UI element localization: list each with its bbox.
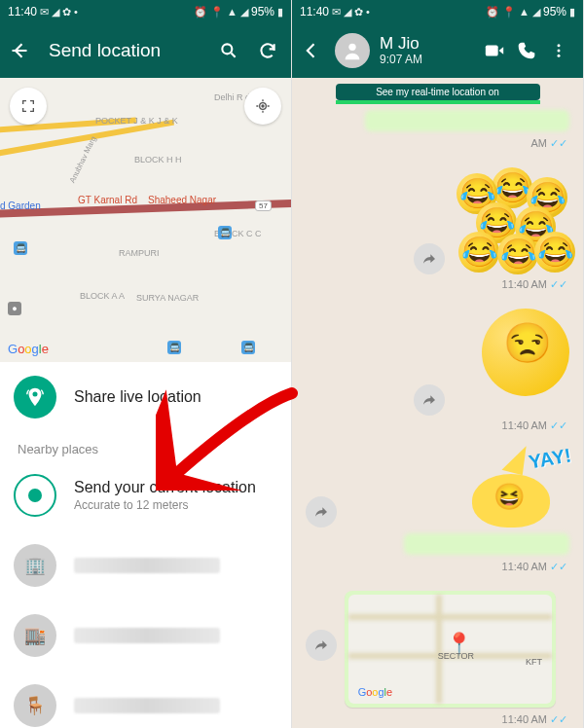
sticker-blob[interactable]: [453, 309, 569, 416]
poi-icon: ●: [8, 302, 21, 315]
chat-title-block[interactable]: M Jio 9:07 AM: [380, 35, 474, 66]
notif-icon: ✿: [62, 6, 71, 18]
battery-level: 95%: [543, 5, 566, 18]
message-timestamp: AM✓✓: [292, 133, 583, 158]
alarm-icon: ⏰: [194, 6, 207, 18]
svg-point-7: [558, 55, 561, 57]
map-mini-label: SECTOR: [438, 651, 474, 661]
notif-icon: ✉: [332, 6, 341, 18]
highway-badge: 57: [255, 200, 272, 211]
contact-name: M Jio: [380, 35, 474, 54]
transit-icon: 🚍: [14, 241, 27, 255]
location-picker-screen: 11:40 ✉ ◢ ✿ • ⏰ 📍 ▲ ◢ 95% ▮ Send locatio…: [0, 0, 292, 728]
road-main: [0, 199, 291, 218]
chat-body[interactable]: See my real-time location on AM✓✓ 11:40 …: [292, 78, 583, 728]
alarm-icon: ⏰: [486, 6, 499, 18]
forward-button[interactable]: [306, 496, 337, 528]
row-sublabel: Accurate to 12 meters: [74, 498, 277, 512]
status-time: 11:40: [8, 5, 37, 18]
wifi-icon: ▲: [519, 6, 529, 18]
message-timestamp: 11:40 AM✓✓: [292, 710, 583, 728]
google-logo: Google: [358, 686, 393, 698]
location-icon: 📍: [502, 6, 516, 18]
notif-icon: ◢: [344, 6, 351, 18]
redacted-message: [404, 533, 569, 555]
message-timestamp: 11:40 AM✓✓: [292, 274, 583, 299]
fullscreen-button[interactable]: [10, 88, 47, 125]
redacted-text: [74, 558, 220, 573]
nearby-place-row[interactable]: 🏢: [0, 530, 291, 601]
current-location-icon: [14, 474, 56, 517]
redacted-text: [74, 698, 220, 713]
my-location-button[interactable]: [244, 88, 281, 125]
voice-call-button[interactable]: [517, 41, 540, 60]
wifi-icon: ▲: [227, 6, 237, 18]
notif-icon: ✉: [40, 6, 49, 18]
location-options: Share live location Nearby places Send y…: [0, 362, 291, 728]
sticker-rofl-pile[interactable]: [453, 167, 569, 274]
building-icon: 🏢: [14, 544, 56, 587]
forward-button[interactable]: [414, 384, 445, 416]
avatar[interactable]: [335, 33, 370, 68]
nearby-places-label: Nearby places: [0, 432, 291, 460]
redacted-text: [74, 628, 220, 643]
message-timestamp: 11:40 AM✓✓: [292, 416, 583, 440]
more-icon: •: [366, 6, 370, 18]
message-row: YAY!: [292, 440, 583, 528]
video-call-button[interactable]: [484, 40, 507, 61]
svg-point-5: [558, 44, 561, 47]
map-label-poi: d Garden: [0, 200, 41, 211]
building-icon: 🏬: [14, 614, 56, 657]
live-location-icon: [14, 376, 56, 419]
map-label: BLOCK H H: [134, 156, 182, 165]
transit-icon: 🚍: [241, 341, 255, 354]
notif-icon: ✿: [354, 6, 363, 18]
message-row: [292, 158, 583, 274]
chat-screen: 11:40 ✉ ◢ ✿ • ⏰ 📍 ▲ ◢ 95% ▮ M Jio 9:07 A…: [292, 0, 584, 728]
back-button[interactable]: [10, 41, 33, 60]
map-label: BLOCK A A: [80, 292, 125, 302]
svg-point-0: [222, 44, 232, 54]
battery-icon: ▮: [569, 6, 575, 18]
map-label: POCKET J & K J & K: [95, 117, 178, 127]
back-button[interactable]: [302, 41, 325, 60]
search-button[interactable]: [219, 41, 242, 60]
share-live-location-row[interactable]: Share live location: [0, 362, 291, 432]
battery-level: 95%: [251, 5, 274, 18]
more-icon: •: [74, 6, 78, 18]
map-preview[interactable]: POCKET J & K J & K BLOCK H H RAMPURI BLO…: [0, 78, 291, 362]
battery-icon: ▮: [277, 6, 283, 18]
chat-appbar: M Jio 9:07 AM: [292, 23, 583, 78]
message-row: [292, 299, 583, 416]
progress-line: [336, 100, 540, 104]
signal-icon: ◢: [240, 6, 248, 18]
refresh-button[interactable]: [258, 41, 281, 60]
nearby-place-row[interactable]: 🏬: [0, 601, 291, 671]
status-bar: 11:40 ✉ ◢ ✿ • ⏰ 📍 ▲ ◢ 95% ▮: [0, 0, 291, 23]
google-logo: Google: [8, 342, 49, 356]
map-label-road: Shaheed Nagar: [148, 195, 216, 205]
map-mini-label: KFT: [526, 657, 542, 667]
sticker-baby-shark[interactable]: YAY!: [462, 450, 569, 528]
transit-icon: 🚍: [167, 341, 181, 354]
notif-icon: ◢: [52, 6, 59, 18]
last-seen: 9:07 AM: [380, 54, 474, 66]
yay-text: YAY!: [527, 444, 572, 473]
forward-button[interactable]: [414, 243, 445, 274]
transit-icon: 🚍: [218, 226, 232, 239]
row-label: Send your current location: [74, 479, 277, 496]
status-time: 11:40: [300, 5, 329, 18]
location-icon: 📍: [210, 6, 224, 18]
nearby-place-row[interactable]: 🪑: [0, 671, 291, 728]
row-label: Share live location: [74, 388, 277, 406]
send-current-location-row[interactable]: Send your current location Accurate to 1…: [0, 460, 291, 530]
more-button[interactable]: [550, 42, 573, 59]
svg-point-2: [262, 105, 264, 107]
map-label: SURYA NAGAR: [136, 294, 199, 304]
seat-icon: 🪑: [14, 684, 56, 727]
svg-point-3: [348, 44, 355, 51]
forward-button[interactable]: [306, 630, 337, 661]
appbar-title: Send location: [49, 40, 203, 61]
location-bubble[interactable]: 📍 SECTOR KFT Google: [345, 591, 556, 708]
map-label-road: GT Karnal Rd: [78, 195, 137, 205]
